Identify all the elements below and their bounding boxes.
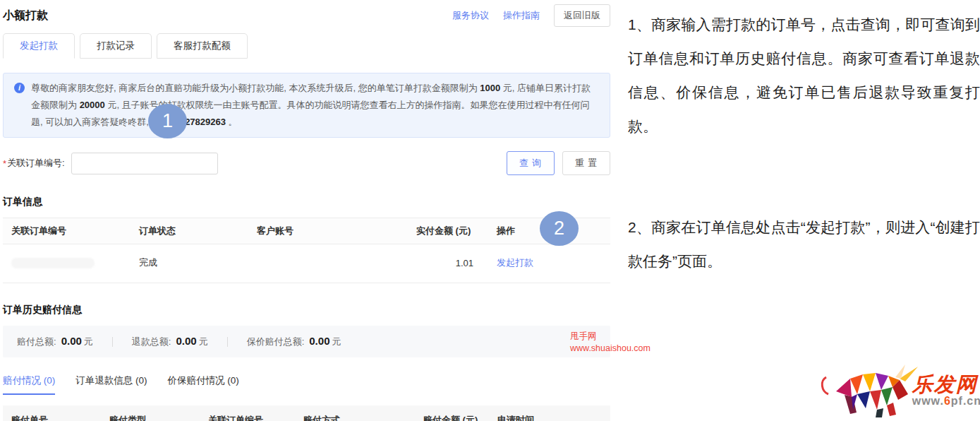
payment-panel: 小额打款 服务协议 操作指南 返回旧版 发起打款 打款记录 客服打款配额 i 尊…: [0, 0, 613, 421]
tab-initiate-payment[interactable]: 发起打款: [3, 33, 75, 59]
order-table-header: 关联订单编号 订单状态 客户账号 实付金额 (元) 操作: [3, 218, 610, 244]
service-agreement-link[interactable]: 服务协议: [452, 9, 489, 22]
annotation-badge-2: 2: [540, 211, 579, 246]
stat-unit: 元: [332, 336, 341, 348]
main-tabs: 发起打款 打款记录 客服打款配额: [3, 33, 610, 59]
form-actions: 查询 重置: [507, 151, 610, 175]
sub-tab-price-protection[interactable]: 价保赔付情况 (0): [168, 374, 239, 395]
site-logo: 乐发网 www.6pf.cn: [816, 363, 980, 418]
site-url-www: www.: [912, 395, 944, 407]
tab-service-payment-quota[interactable]: 客服打款配额: [157, 33, 248, 59]
watermark-name: 甩手网: [570, 331, 651, 343]
upgrade-notice-banner: i 尊敬的商家朋友您好, 商家后台的直赔功能升级为小额打款功能, 本次系统升级后…: [3, 73, 610, 138]
info-icon: i: [14, 83, 25, 93]
cell-order-status: 完成: [139, 256, 257, 269]
col-customer-account: 客户账号: [257, 225, 416, 237]
site-url-six: 6: [944, 395, 951, 407]
notice-text-3: 元, 且子账号的打款权限统一由主账号配置。具体的功能说明请您查看右上方的操作指南…: [31, 100, 590, 127]
payout-table-header: 赔付单号 赔付类型 关联订单编号 赔付方式 赔付金额 (元) 申请时间: [3, 405, 610, 421]
notice-text-4: 。: [226, 117, 238, 127]
stat-value: 0.00: [61, 335, 82, 347]
order-table-row: 完成 1.01 发起打款: [3, 244, 610, 283]
col-order-status: 订单状态: [139, 225, 257, 237]
notice-limit-single: 1000: [480, 83, 500, 93]
cell-order-number: [11, 258, 139, 268]
operation-guide-link[interactable]: 操作指南: [503, 9, 540, 22]
watermark-url: www.shuaishou.com: [570, 343, 651, 355]
stat-label: 退款总额:: [132, 336, 171, 348]
cell-paid-amount: 1.01: [416, 258, 497, 268]
order-number-label: 关联订单编号:: [7, 157, 65, 170]
col-payout-method: 赔付方式: [303, 414, 423, 421]
page-header: 小额打款 服务协议 操作指南 返回旧版: [3, 4, 610, 27]
stat-value: 0.00: [309, 335, 329, 347]
reset-button[interactable]: 重置: [562, 151, 610, 175]
page: 小额打款 服务协议 操作指南 返回旧版 发起打款 打款记录 客服打款配额 i 尊…: [0, 0, 980, 421]
history-heading: 订单历史赔付信息: [3, 304, 610, 316]
stat-unit: 元: [84, 336, 93, 348]
stat-divider: [112, 337, 113, 347]
site-logo-text: 乐发网 www.6pf.cn: [912, 374, 980, 408]
stat-price-protection: 保价赔付总额: 0.00 元: [247, 335, 341, 348]
cell-action: 发起打款: [497, 256, 610, 269]
stat-label: 保价赔付总额:: [247, 336, 305, 348]
stat-total-refund: 退款总额: 0.00 元: [132, 335, 208, 348]
site-name: 乐发网: [912, 374, 980, 395]
annotation-badge-1: 1: [148, 104, 187, 138]
sub-tab-refund-info[interactable]: 订单退款信息 (0): [75, 374, 147, 395]
history-stats-box: 赔付总额: 0.00 元 退款总额: 0.00 元 保价赔付总额: 0.00 元: [3, 326, 610, 357]
tab-payment-records[interactable]: 打款记录: [80, 33, 152, 59]
sub-tab-compensation[interactable]: 赔付情况 (0): [3, 374, 55, 395]
stat-total-compensation: 赔付总额: 0.00 元: [17, 335, 93, 348]
col-paid-amount: 实付金额 (元): [416, 225, 497, 237]
col-payout-id: 赔付单号: [11, 414, 109, 421]
stat-divider: [227, 337, 228, 347]
shuaishou-watermark: 甩手网 www.shuaishou.com: [570, 331, 651, 355]
history-sub-tabs: 赔付情况 (0) 订单退款信息 (0) 价保赔付情况 (0): [3, 374, 610, 396]
stat-value: 0.00: [176, 335, 196, 347]
page-title: 小额打款: [3, 8, 48, 23]
query-button[interactable]: 查询: [507, 151, 555, 175]
order-info-heading: 订单信息: [3, 196, 610, 208]
col-related-order: 关联订单编号: [208, 414, 303, 421]
col-order-number: 关联订单编号: [11, 225, 139, 237]
col-payout-amount: 赔付金额 (元): [423, 414, 497, 421]
stat-unit: 元: [199, 336, 208, 348]
header-actions: 服务协议 操作指南 返回旧版: [452, 4, 610, 27]
stat-label: 赔付总额:: [17, 336, 56, 348]
col-apply-time: 申请时间: [497, 414, 610, 421]
required-mark: *: [3, 158, 6, 169]
instruction-step-1: 1、商家输入需打款的订单号，点击查询，即可查询到订单信息和订单历史赔付信息。商家…: [628, 8, 980, 143]
col-payout-type: 赔付类型: [109, 414, 208, 421]
site-url: www.6pf.cn: [912, 395, 980, 408]
redacted-order-number: [11, 258, 95, 268]
back-to-old-version-button[interactable]: 返回旧版: [554, 4, 610, 27]
initiate-payment-link[interactable]: 发起打款: [497, 257, 533, 268]
notice-text-1: 尊敬的商家朋友您好, 商家后台的直赔功能升级为小额打款功能, 本次系统升级后, …: [31, 83, 480, 93]
instructions-panel: 1、商家输入需打款的订单号，点击查询，即可查询到订单信息和订单历史赔付信息。商家…: [613, 0, 980, 421]
order-number-input[interactable]: [71, 153, 218, 174]
site-url-rest: pf.cn: [951, 395, 980, 407]
query-form: * 关联订单编号: 查询 重置: [3, 151, 610, 175]
bull-logo-icon: [816, 363, 924, 418]
notice-limit-daily: 20000: [80, 100, 105, 110]
instruction-step-2: 2、商家在订单信息处点击“发起打款”，则进入“创建打款任务”页面。: [628, 210, 980, 278]
